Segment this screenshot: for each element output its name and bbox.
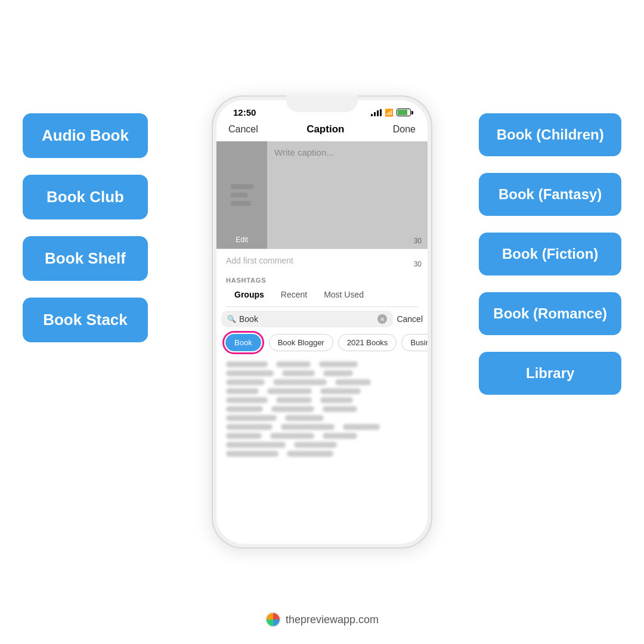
book-club-button[interactable]: Book Club (23, 175, 148, 219)
book-fantasy-button[interactable]: Book (Fantasy) (479, 173, 621, 216)
result-row (226, 388, 418, 394)
phone-screen: 12:50 📶 (216, 100, 428, 544)
result-row (226, 451, 418, 457)
chip-book[interactable]: Book (225, 334, 261, 351)
hashtags-section: HASHTAGS Groups Recent Most Used (216, 272, 428, 307)
result-row (226, 370, 418, 376)
comment-area[interactable]: Add first comment 30 (216, 249, 428, 272)
search-clear-button[interactable]: ✕ (377, 314, 387, 324)
battery-icon (397, 109, 411, 116)
watermark-text: thepreviewapp.com (286, 614, 379, 626)
result-row (226, 424, 418, 430)
result-row (226, 406, 418, 412)
audio-book-button[interactable]: Audio Book (23, 113, 148, 158)
phone-notch (286, 95, 358, 112)
search-input[interactable]: Book (239, 314, 374, 324)
book-children-button[interactable]: Book (Children) (479, 113, 621, 156)
chip-business-coa[interactable]: Business Coa (401, 334, 428, 351)
tab-recent[interactable]: Recent (273, 287, 315, 302)
result-row (226, 433, 418, 439)
search-icon: 🔍 (227, 315, 236, 323)
photo-thumbnail[interactable]: Edit (216, 141, 267, 249)
phone-shell: 12:50 📶 (212, 95, 432, 549)
chip-2021-books[interactable]: 2021 Books (338, 334, 397, 351)
done-button[interactable]: Done (393, 124, 416, 135)
chip-book-highlight: Book (222, 331, 264, 354)
tab-most-used[interactable]: Most Used (315, 287, 372, 302)
watermark-icon (265, 612, 281, 627)
wifi-icon: 📶 (385, 109, 394, 117)
hashtags-tabs: Groups Recent Most Used (226, 287, 418, 307)
cancel-button[interactable]: Cancel (228, 124, 258, 135)
edit-label[interactable]: Edit (236, 236, 248, 244)
search-row: 🔍 Book ✕ Cancel (216, 307, 428, 331)
book-shelf-button[interactable]: Book Shelf (23, 236, 148, 281)
nav-title: Caption (306, 123, 344, 135)
result-row (226, 397, 418, 403)
right-buttons-group: Book (Children) Book (Fantasy) Book (Fic… (479, 113, 621, 395)
signal-icon (371, 109, 382, 116)
hashtag-results (216, 359, 428, 459)
hashtags-label: HASHTAGS (226, 277, 418, 284)
comment-char-count: 30 (414, 260, 422, 268)
status-icons: 📶 (371, 109, 411, 117)
watermark: thepreviewapp.com (265, 612, 379, 627)
caption-placeholder: Write caption... (274, 147, 420, 157)
caption-text-area[interactable]: Write caption... (267, 141, 428, 249)
status-time: 12:50 (233, 107, 256, 117)
search-cancel-text[interactable]: Cancel (397, 314, 423, 324)
photo-lines (221, 175, 263, 215)
chip-book-blogger[interactable]: Book Blogger (269, 334, 333, 351)
result-row (226, 415, 418, 421)
book-fiction-button[interactable]: Book (Fiction) (479, 233, 621, 275)
top-nav: Cancel Caption Done (216, 121, 428, 141)
caption-char-count: 30 (414, 237, 422, 245)
library-button[interactable]: Library (479, 352, 621, 395)
page-wrapper: Audio Book Book Club Book Shelf Book Sta… (0, 0, 644, 644)
result-row (226, 442, 418, 448)
result-row (226, 379, 418, 385)
result-row (226, 361, 418, 367)
comment-placeholder: Add first comment (226, 256, 293, 265)
book-stack-button[interactable]: Book Stack (23, 298, 148, 342)
left-buttons-group: Audio Book Book Club Book Shelf Book Sta… (23, 113, 148, 342)
tab-groups[interactable]: Groups (226, 287, 273, 302)
phone-mockup: 12:50 📶 (212, 95, 432, 549)
caption-area: Edit Write caption... 30 (216, 141, 428, 249)
book-romance-button[interactable]: Book (Romance) (479, 292, 621, 335)
search-bar[interactable]: 🔍 Book ✕ (221, 311, 393, 327)
chips-row: Book Book Blogger 2021 Books Business Co… (216, 331, 428, 359)
